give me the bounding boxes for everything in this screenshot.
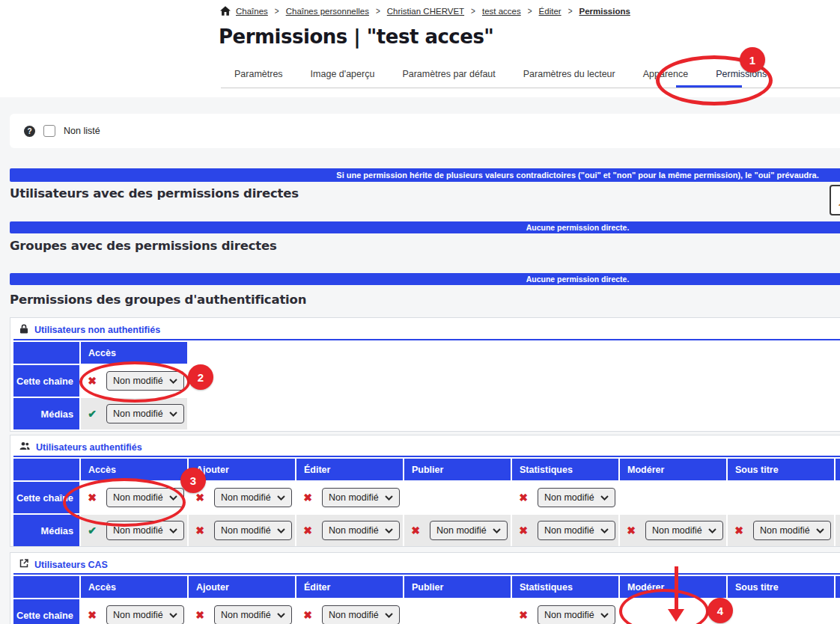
permission-cell [620,482,726,513]
select-value: Non modifié [113,525,163,536]
chevron-right-icon: > [376,6,380,16]
breadcrumb-link-chai-nes[interactable]: Chaînes [236,7,268,16]
chevron-down-icon [277,613,285,618]
chevron-down-icon [385,613,393,618]
chevron-down-icon [493,528,501,533]
permission-select[interactable]: Non modifié [538,488,615,507]
permission-select[interactable]: Non modifié [106,605,184,624]
permission-cell: ✖Non modifié [296,515,403,546]
row-label-cette-chai-ne: Cette chaîne [13,365,79,397]
deny-x-icon: ✖ [87,609,97,621]
breadcrumb-link-e-diter[interactable]: Éditer [539,7,561,16]
chevron-down-icon [385,528,393,533]
chevron-down-icon [169,412,177,417]
chevron-down-icon [708,528,716,533]
column-header-publier: Publier [404,459,511,480]
annotation-ellipse-3 [63,478,186,527]
add-user-icon [837,193,840,208]
column-header-publier: Publier [404,576,511,598]
permission-select[interactable]: Non modifié [322,605,400,624]
breadcrumb-link-chai-nes-personnelles[interactable]: Chaînes personnelles [286,7,369,16]
permissions-page: Chaînes>Chaînes personnelles>Christian C… [0,0,840,624]
chevron-down-icon [600,495,609,501]
permission-cell: ✖Non modifié [512,599,618,624]
permission-select[interactable]: Non modifié [430,521,508,540]
annotation-badge-2: 2 [188,364,213,390]
deny-x-icon: ✖ [195,524,205,536]
unlisted-checkbox[interactable] [43,125,55,137]
permission-select[interactable]: Non modifié [538,521,615,540]
permission-cell [728,599,834,624]
table-title: Utilisateurs CAS [34,560,108,570]
permission-select[interactable]: Non modifié [753,521,831,540]
auth-groups-heading: Permissions des groupes d'authentificati… [10,293,306,307]
breadcrumb: Chaînes>Chaînes personnelles>Christian C… [220,6,630,16]
permission-cell: ✖Non modifié [189,599,295,624]
permission-cell: ✖Non modifié [836,515,840,546]
permission-select[interactable]: Non modifié [214,605,292,624]
column-header-supprimer: Supprimer [836,576,840,598]
home-icon[interactable] [220,6,231,16]
row-label-cette-chai-ne: Cette chaîne [13,599,79,624]
chevron-down-icon [169,613,177,618]
deny-x-icon: ✖ [302,524,313,536]
permission-cell: ✖Non modifié [296,599,403,624]
select-value: Non modifié [329,492,379,503]
chevron-down-icon [600,528,609,533]
add-user-button[interactable] [830,185,840,215]
direct-users-heading: Utilisateurs avec des permissions direct… [10,186,299,201]
tab-image-d-aperc-u[interactable]: Image d'aperçu [311,69,375,87]
breadcrumb-link-permissions[interactable]: Permissions [579,7,630,16]
permission-cell: ✖Non modifié [728,515,834,546]
deny-x-icon: ✖ [410,524,421,536]
unlisted-option-card: ? Non listé [10,114,840,148]
tab-parame-tres[interactable]: Paramètres [234,69,283,87]
permission-select[interactable]: Non modifié [322,488,400,507]
tab-parame-tres-par-de-faut[interactable]: Paramètres par défaut [402,69,495,87]
table-title: Utilisateurs non authentifiés [34,325,160,335]
column-header-sous-titre: Sous titre [728,576,834,598]
annotation-badge-1: 1 [740,47,765,73]
select-value: Non modifié [652,525,702,536]
column-header-mode-rer: Modérer [620,459,726,480]
chevron-down-icon [600,613,609,618]
permission-cell: ✖Non modifié [620,515,726,546]
permission-select[interactable]: Non modifié [214,488,292,507]
breadcrumb-link-test-acces[interactable]: test acces [482,7,521,16]
annotation-ellipse-2 [79,361,190,403]
permission-cell: ✔Non modifié [81,398,187,429]
column-header-acce-s: Accès [81,459,187,480]
annotation-arrow-4 [668,566,684,623]
select-value: Non modifié [221,610,271,620]
external-link-icon [19,559,28,570]
permission-select[interactable]: Non modifié [538,605,615,624]
permission-cell [404,599,511,624]
select-value: Non modifié [436,525,487,536]
header-corner-cell [13,342,79,364]
permission-select[interactable]: Non modifié [322,521,400,540]
column-header-statistiques: Statistiques [512,459,618,480]
deny-x-icon: ✖ [195,609,205,621]
select-value: Non modifié [329,525,379,536]
permission-cell: ✖Non modifié [404,515,511,546]
tab-parame-tres-du-lecteur[interactable]: Paramètres du lecteur [523,69,615,87]
lock-icon [19,324,28,336]
permission-cell [404,482,511,513]
select-value: Non modifié [221,492,271,503]
permission-select[interactable]: Non modifié [214,521,292,540]
permission-cell: ✖Non modifié [512,482,618,513]
header-corner-cell [13,459,79,480]
column-header-e-diter: Éditer [296,459,403,480]
deny-x-icon: ✖ [626,524,636,536]
breadcrumb-link-christian-chervet[interactable]: Christian CHERVET [387,7,464,16]
permission-select[interactable]: Non modifié [106,404,184,423]
chevron-down-icon [816,528,824,533]
column-header-statistiques: Statistiques [512,576,618,598]
permission-cell: ✖Non modifié [836,599,840,624]
header-corner-cell [13,576,79,598]
page-title: Permissions | "test acces" [219,25,493,48]
inheritance-notice-banner: Si une permission hérite de plusieurs va… [10,168,840,182]
help-icon[interactable]: ? [24,126,35,137]
column-header-acce-s: Accès [81,576,187,598]
permission-select[interactable]: Non modifié [645,521,723,540]
